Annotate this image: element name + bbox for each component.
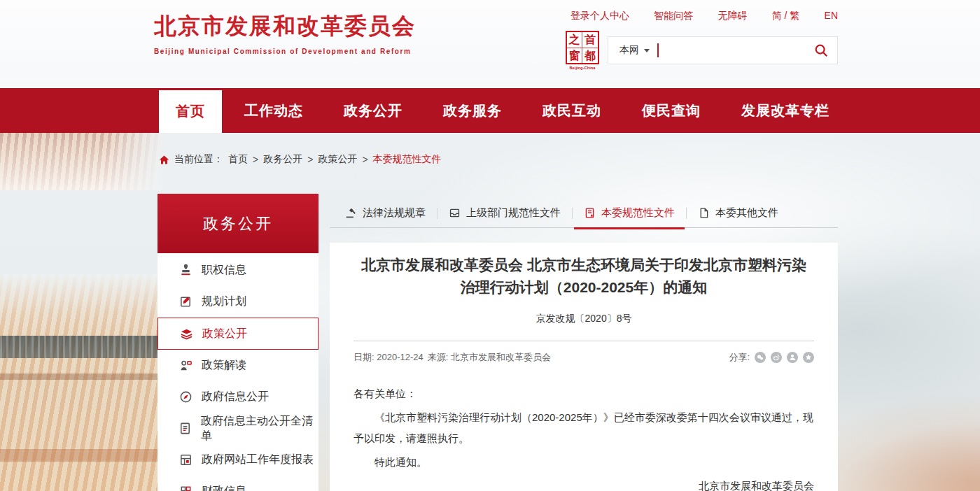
compass-icon xyxy=(178,390,192,404)
sidebar-item-proactive-disclosure-list[interactable]: 政府信息主动公开全清单 xyxy=(158,413,318,444)
simplified-traditional-toggle[interactable]: 简 / 繁 xyxy=(772,10,800,22)
sidebar-item-label: 职权信息 xyxy=(202,263,246,278)
page: 北京市发展和改革委员会 Beijing Municipal Commission… xyxy=(0,0,980,491)
sidebar-item-fiscal-info[interactable]: 财政信息 xyxy=(158,476,318,491)
qq-icon xyxy=(789,354,796,361)
palace-roof-lower-left xyxy=(0,274,161,491)
nav-item-home[interactable]: 首页 xyxy=(159,90,222,133)
nav-item-convenience-query[interactable]: 便民查询 xyxy=(642,88,701,133)
search-scope-label: 本网 xyxy=(620,44,639,57)
article-paragraph: 《北京市塑料污染治理行动计划（2020-2025年）》已经市委深改委第十四次会议… xyxy=(354,407,814,449)
breadcrumb-gov-disclosure[interactable]: 政务公开 xyxy=(263,153,302,166)
nav-item-work-news[interactable]: 工作动态 xyxy=(244,88,303,133)
seal-char: 窗 xyxy=(567,48,582,64)
breadcrumb-separator: > xyxy=(362,154,368,165)
login-link[interactable]: 登录个人中心 xyxy=(570,10,629,22)
article-signature: 北京市发展和改革委员会 xyxy=(354,476,814,491)
tab-laws-regulations[interactable]: 法律法规规章 xyxy=(334,199,437,228)
article-body: 各有关单位： 《北京市塑料污染治理行动计划（2020-2025年）》已经市委深改… xyxy=(354,383,814,491)
sidebar-item-planning[interactable]: 规划计划 xyxy=(158,286,318,318)
tab-label: 本委规范性文件 xyxy=(601,206,675,220)
inbox-icon xyxy=(449,207,461,219)
sidebar-item-policy-interpretation[interactable]: 政策解读 xyxy=(158,350,318,381)
weibo-icon xyxy=(773,354,780,361)
sidebar-item-authority-info[interactable]: 职权信息 xyxy=(158,255,318,286)
tab-commission-other-docs[interactable]: 本委其他文件 xyxy=(687,199,790,228)
article-paragraph: 特此通知。 xyxy=(354,452,814,473)
grid-icon xyxy=(178,485,192,491)
article-date: 日期: 2020-12-24 xyxy=(354,351,424,364)
sidebar-item-label: 规划计划 xyxy=(202,294,246,309)
accessibility-link[interactable]: 无障碍 xyxy=(718,10,747,22)
qq-share-button[interactable] xyxy=(787,352,798,363)
sidebar-item-label: 政策解读 xyxy=(202,358,246,373)
capital-window-seal-logo[interactable]: 之 首 窗 都 Beijing-China xyxy=(564,31,601,72)
article-paragraph: 各有关单位： xyxy=(354,383,814,404)
palace-roof-bottom-right xyxy=(833,389,980,491)
palace-eave-band xyxy=(0,336,161,358)
nav-item-interaction[interactable]: 政民互动 xyxy=(542,88,601,133)
search-button[interactable] xyxy=(813,43,829,58)
report-table-icon xyxy=(178,453,192,467)
article-source: 来源: 北京市发展和改革委员会 xyxy=(428,351,551,364)
tab-commission-normative-docs[interactable]: 本委规范性文件 xyxy=(573,199,686,228)
seal-caption: Beijing-China xyxy=(569,66,595,70)
sidebar-title: 政务公开 xyxy=(158,194,318,253)
share-label: 分享: xyxy=(729,351,750,364)
breadcrumb-separator: > xyxy=(253,154,258,165)
nav-item-reform-column[interactable]: 发展改革专栏 xyxy=(741,88,830,133)
site-logo[interactable]: 北京市发展和改革委员会 Beijing Municipal Commission… xyxy=(154,11,416,55)
home-icon xyxy=(159,155,169,165)
article-title: 北京市发展和改革委员会 北京市生态环境局关于印发北京市塑料污染治理行动计划（20… xyxy=(356,254,811,299)
search-scope-dropdown[interactable]: 本网 xyxy=(620,44,650,57)
weibo-share-button[interactable] xyxy=(771,352,782,363)
sidebar-menu: 职权信息 规划计划 政策公开 政策解读 xyxy=(158,253,318,491)
doc-edit-icon xyxy=(584,207,596,219)
site-search: 本网 xyxy=(608,36,838,64)
interpret-icon xyxy=(178,359,192,372)
breadcrumb-prefix: 当前位置： xyxy=(174,153,223,166)
tab-label: 法律法规规章 xyxy=(363,206,426,220)
tab-superior-normative-docs[interactable]: 上级部门规范性文件 xyxy=(438,199,572,228)
english-link[interactable]: EN xyxy=(825,10,838,22)
palace-ridge-line xyxy=(0,373,161,380)
breadcrumb-current: 本委规范性文件 xyxy=(373,153,442,166)
sidebar-item-label: 政府信息主动公开全清单 xyxy=(201,414,318,443)
site-title: 北京市发展和改革委员会 xyxy=(154,11,416,42)
doc-other-icon xyxy=(698,207,710,219)
search-input[interactable] xyxy=(659,39,813,62)
nav-item-gov-disclosure[interactable]: 政务公开 xyxy=(344,88,402,133)
nav-item-gov-services[interactable]: 政务服务 xyxy=(443,88,502,133)
tab-label: 上级部门规范性文件 xyxy=(466,206,561,220)
plan-edit-icon xyxy=(178,295,192,308)
wechat-share-button[interactable] xyxy=(755,352,766,363)
tab-label: 本委其他文件 xyxy=(715,206,778,220)
document-number: 京发改规〔2020〕8号 xyxy=(354,311,814,325)
breadcrumb-policy-disclosure[interactable]: 政策公开 xyxy=(318,153,357,166)
layers-icon xyxy=(179,327,193,341)
breadcrumb-separator: > xyxy=(307,154,313,165)
utility-links: 登录个人中心 智能问答 无障碍 简 / 繁 EN xyxy=(570,10,838,22)
breadcrumb-home[interactable]: 首页 xyxy=(228,153,248,166)
article-meta: 日期: 2020-12-24 来源: 北京市发展和改革委员会 分享: xyxy=(354,351,814,364)
list-doc-icon xyxy=(178,422,192,435)
law-icon xyxy=(345,207,357,219)
wechat-icon xyxy=(757,354,764,361)
share-bar: 分享: xyxy=(729,351,814,364)
sidebar-item-label: 政府信息公开 xyxy=(202,390,269,404)
sidebar-item-website-annual-report[interactable]: 政府网站工作年度报表 xyxy=(158,444,318,476)
palace-roof-upper-left xyxy=(0,133,162,190)
sidebar-item-policy-disclosure[interactable]: 政策公开 xyxy=(158,318,318,350)
sidebar: 政务公开 职权信息 规划计划 政策公开 xyxy=(158,194,318,491)
site-title-english: Beijing Municipal Commission of Developm… xyxy=(154,48,416,55)
search-icon xyxy=(813,43,829,58)
seal-char: 首 xyxy=(582,32,598,48)
palace-lower-eave xyxy=(0,449,161,462)
favorite-share-button[interactable] xyxy=(803,352,814,363)
main-navigation: 首页 工作动态 政务公开 政务服务 政民互动 便民查询 发展改革专栏 xyxy=(0,88,980,133)
seal-icon: 之 首 窗 都 xyxy=(566,31,599,64)
smart-qa-link[interactable]: 智能问答 xyxy=(654,10,693,22)
breadcrumb: 当前位置： 首页 > 政务公开 > 政策公开 > 本委规范性文件 xyxy=(159,153,442,166)
article-panel: 北京市发展和改革委员会 北京市生态环境局关于印发北京市塑料污染治理行动计划（20… xyxy=(330,243,838,491)
sidebar-item-gov-info-disclosure[interactable]: 政府信息公开 xyxy=(158,381,318,413)
